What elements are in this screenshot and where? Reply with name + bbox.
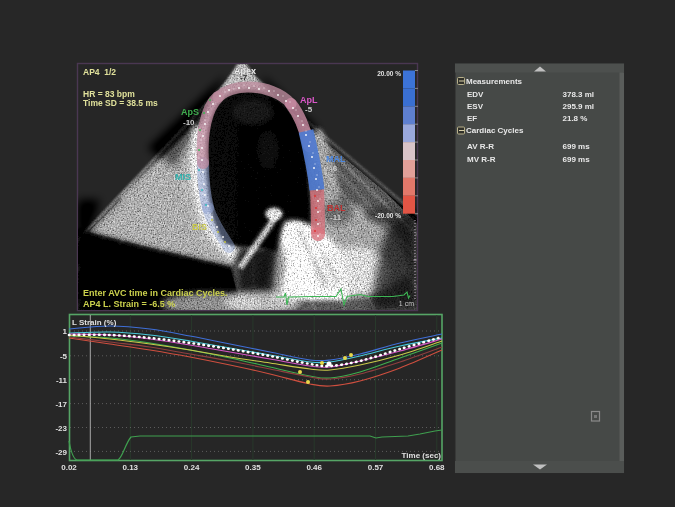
svg-text:Cardiac Cycles: Cardiac Cycles <box>466 126 524 135</box>
svg-text:-29: -29 <box>55 448 67 457</box>
svg-text:ApS: ApS <box>181 107 199 117</box>
svg-text:MAL: MAL <box>326 154 346 164</box>
svg-text:L Strain (%): L Strain (%) <box>72 318 117 327</box>
svg-text:AV R-R: AV R-R <box>467 142 494 151</box>
svg-text:-6: -6 <box>179 181 187 190</box>
svg-text:21.8 %: 21.8 % <box>563 114 588 123</box>
svg-text:0.13: 0.13 <box>123 463 139 472</box>
svg-text:Time (sec): Time (sec) <box>402 451 442 460</box>
svg-text:EDV: EDV <box>467 90 484 99</box>
svg-text:-7: -7 <box>240 73 248 82</box>
svg-text:AP4 1/2: AP4 1/2 <box>83 67 116 77</box>
svg-text:Enter AVC time in Cardiac Cycl: Enter AVC time in Cardiac Cycles. <box>83 288 228 298</box>
svg-text:-6: -6 <box>330 164 338 173</box>
svg-text:Time SD = 38.5 ms: Time SD = 38.5 ms <box>83 98 158 108</box>
svg-text:-20.00 %: -20.00 % <box>375 212 401 219</box>
svg-text:-11: -11 <box>56 376 68 385</box>
svg-text:378.3 ml: 378.3 ml <box>563 90 595 99</box>
svg-text:-17: -17 <box>55 400 67 409</box>
svg-text:-23: -23 <box>55 424 67 433</box>
svg-text:-5: -5 <box>305 105 313 114</box>
svg-text:699 ms: 699 ms <box>563 155 591 164</box>
svg-text:ApL: ApL <box>300 95 318 105</box>
svg-text:EF: EF <box>467 114 477 123</box>
svg-text:20.00 %: 20.00 % <box>377 70 401 77</box>
svg-text:-11: -11 <box>330 213 342 222</box>
svg-text:0.68: 0.68 <box>429 463 445 472</box>
svg-text:-5: -5 <box>60 352 68 361</box>
svg-text:295.9 ml: 295.9 ml <box>563 102 595 111</box>
svg-text:0.35: 0.35 <box>245 463 261 472</box>
svg-text:-4: -4 <box>197 233 205 242</box>
svg-text:HR = 83 bpm: HR = 83 bpm <box>83 89 135 99</box>
svg-text:Measurements: Measurements <box>466 77 523 86</box>
svg-text:1 cm: 1 cm <box>399 300 414 307</box>
svg-text:BIS: BIS <box>192 222 207 232</box>
svg-text:699 ms: 699 ms <box>563 142 591 151</box>
svg-text:0.02: 0.02 <box>61 463 77 472</box>
svg-text:1: 1 <box>63 327 68 336</box>
svg-text:ESV: ESV <box>467 102 484 111</box>
svg-text:MV R-R: MV R-R <box>467 155 496 164</box>
svg-text:0.24: 0.24 <box>184 463 200 472</box>
svg-text:0.46: 0.46 <box>306 463 322 472</box>
svg-text:0.57: 0.57 <box>368 463 384 472</box>
svg-text:-10: -10 <box>183 118 195 127</box>
svg-text:AP4 L. Strain = -6.5 %: AP4 L. Strain = -6.5 % <box>83 299 175 309</box>
svg-text:BAL: BAL <box>327 203 346 213</box>
